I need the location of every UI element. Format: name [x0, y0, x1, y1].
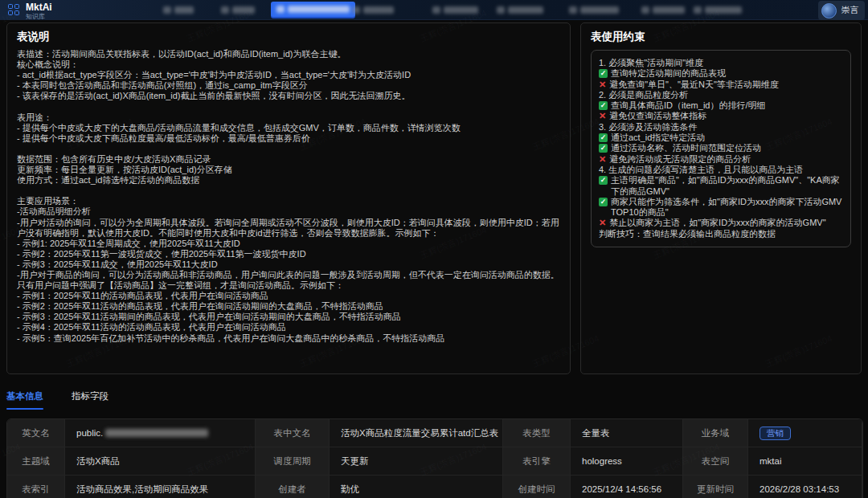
info-value: 2026/2/28 03:14:53	[748, 476, 862, 498]
constraint-text: 2. 必须是商品粒度分析	[599, 90, 688, 100]
nav-item-active[interactable]	[271, 2, 355, 17]
tab-basic-info[interactable]: 基本信息	[6, 390, 43, 410]
description-line: 更新频率：每日全量更新，按活动皮ID(act_id)分区存储	[17, 165, 560, 175]
info-label: 调度周期	[256, 447, 330, 476]
nav-item[interactable]	[432, 5, 478, 14]
constraint-item: ✓主语明确是"商品"，如"商品ID为xxx的商品GMV"、"KA商家下的商品GM…	[599, 175, 843, 197]
constraint-item: 2. 必须是商品粒度分析	[599, 90, 843, 100]
table-description-title: 表说明	[17, 31, 560, 43]
description-line: 表描述：活动期间商品关联指标表，以活动ID(act_id)和商品ID(item_…	[17, 49, 560, 59]
info-label: 业务域	[683, 419, 748, 447]
constraint-item: ✕禁止以商家为主语，如"商家ID为xxx的商家的活动GMV"	[599, 218, 843, 228]
constraint-item: 1. 必须聚焦"活动期间"维度	[599, 58, 843, 68]
avatar	[821, 3, 837, 18]
nav-item[interactable]	[497, 5, 543, 14]
info-value: 活动商品效果,活动期间商品效果	[65, 476, 256, 498]
nav-item[interactable]	[163, 5, 194, 14]
constraint-item: ✕避免跨活动或无活动限定的商品分析	[599, 154, 843, 165]
info-value: hologress	[571, 447, 683, 476]
check-icon: ✓	[599, 144, 608, 153]
description-line: - act_id根据act_type字段区分：当act_type='中皮'时为中…	[17, 70, 560, 80]
nav-item[interactable]	[221, 5, 255, 14]
constraint-text: 避免跨活动或无活动限定的商品分析	[609, 154, 751, 165]
redacted-text	[105, 429, 208, 437]
constraint-text: 避免查询"单日"、"最近N天"等非活动期维度	[609, 80, 779, 90]
constraints-box: 1. 必须聚焦"活动期间"维度✓查询特定活动期间的商品表现✕避免查询"单日"、"…	[591, 50, 851, 247]
nav-item-icon	[352, 6, 360, 14]
info-label: 创建者	[256, 476, 330, 498]
nav-item[interactable]	[569, 5, 619, 14]
description-line: - 示例4：2025年双11活动的活动商品表现，代表用户在询问活动商品	[17, 322, 560, 333]
description-line: - 示例2：2025年双11活动的商品表现，代表用户在询问活动期间的大盘商品，不…	[17, 301, 560, 312]
description-line: - 示例3：2025年双11成交，使用2025年双11大皮ID	[17, 259, 560, 270]
nav-item-icon	[221, 6, 229, 14]
nav-item-label-redacted	[288, 6, 350, 13]
description-line: -用户对活动的询问，可以分为全周期和具体波段。若询问全周期或活动不区分波段，则使…	[17, 218, 560, 239]
description-line	[17, 186, 560, 196]
check-icon: ✓	[599, 198, 608, 206]
description-line: 表用途：	[17, 112, 560, 123]
description-line: - 示例5：查询2025年百亿加补节活动中的秒杀商品，代表用户在询问大盘商品中的…	[17, 333, 560, 344]
check-icon: ✓	[599, 101, 608, 110]
nav-item-label-redacted	[232, 6, 255, 14]
constraint-text: 查询具体商品ID（item_id）的排行/明细	[611, 100, 766, 111]
description-line: 数据范围：包含所有历史中皮/大皮活动X商品记录	[17, 154, 560, 165]
description-line: - 提供每个中皮或大皮下商品粒度最高/最低活动标价，最高/最低普惠券后价	[17, 133, 560, 144]
info-value: public.	[65, 419, 256, 447]
constraint-text: 判断技巧：查询结果必须输出商品粒度的数据	[599, 229, 776, 239]
knowledge-base-page: MktAi 知识库 崇言 表说明 表描述：活动期间商品关联指标表，以活动ID(a…	[0, 0, 868, 498]
description-line: - 本表同时包含活动商品和非活动商品(对照组)，通过is_camp_itm字段区…	[17, 80, 560, 91]
user-menu[interactable]: 崇言	[818, 1, 865, 20]
constraint-text: 4. 生成的问题必须写清楚主语，且只能以商品为主语	[599, 165, 803, 175]
nav-item-icon	[163, 6, 171, 14]
description-line: - 示例1: 2025年双11全周期成交，使用2025年双11大皮ID	[17, 239, 560, 249]
table-description-panel: 表说明 表描述：活动期间商品关联指标表，以活动ID(act_id)和商品ID(i…	[6, 22, 571, 374]
nav-item-label-redacted	[580, 6, 619, 14]
info-label: 表索引	[7, 476, 65, 498]
constraint-item: 3. 必须涉及活动筛选条件	[599, 122, 843, 133]
constraint-item: 4. 生成的问题必须写清楚主语，且只能以商品为主语	[599, 165, 843, 175]
cross-icon: ✕	[599, 154, 606, 165]
constraint-item: 判断技巧：查询结果必须输出商品粒度的数据	[599, 229, 843, 239]
info-label: 表类型	[503, 419, 571, 447]
description-line: -活动商品明细分析	[17, 206, 560, 217]
description-line: 使用方式：通过act_id筛选特定活动的商品数据	[17, 175, 560, 186]
description-line	[17, 144, 560, 154]
constraint-item: ✕避免仅查询活动整体指标	[599, 111, 843, 121]
user-name: 崇言	[841, 5, 858, 16]
check-icon: ✓	[599, 133, 608, 142]
info-value: 天更新	[330, 447, 503, 476]
table-constraints-panel: 表使用约束 1. 必须聚焦"活动期间"维度✓查询特定活动期间的商品表现✕避免查询…	[580, 22, 862, 374]
info-value: 2025/12/4 14:56:56	[571, 476, 683, 498]
nav-item[interactable]	[694, 5, 742, 14]
nav-item-icon	[569, 6, 577, 14]
check-icon: ✓	[599, 69, 608, 78]
business-domain-badge: 营销	[760, 427, 791, 440]
info-value: 营销	[748, 419, 862, 447]
table-description-body: 表描述：活动期间商品关联指标表，以活动ID(act_id)和商品ID(item_…	[17, 49, 560, 344]
nav-item-icon	[694, 6, 702, 14]
info-label: 创建时间	[503, 476, 571, 498]
cross-icon: ✕	[599, 111, 606, 121]
constraint-item: ✓通过活动名称、活动时间范围定位活动	[599, 143, 843, 153]
description-line: 核心概念说明：	[17, 59, 560, 70]
tab-metric-fields[interactable]: 指标字段	[72, 390, 108, 410]
nav-item[interactable]	[641, 5, 685, 14]
nav-item-label-redacted	[508, 6, 543, 14]
info-value: 勤优	[330, 476, 503, 498]
basic-info-table: 英文名public.表中文名活动X商品粒度流量交易累计atd汇总表表类型全量表业…	[6, 418, 863, 498]
description-line: -用户对于商品的询问，可以分为活动商品和非活动商品，用户询问此表的问题一般涉及到…	[17, 270, 560, 291]
info-value: 全量表	[571, 419, 683, 447]
nav-item-label-redacted	[444, 6, 478, 14]
constraint-text: 3. 必须涉及活动筛选条件	[599, 122, 697, 133]
description-line: - 提供每个中皮或大皮下的大盘商品/活动商品流量和成交信息，包括成交GMV，订单…	[17, 123, 560, 133]
nav-item[interactable]	[352, 5, 394, 14]
constraint-text: 避免仅查询活动整体指标	[609, 111, 706, 121]
cross-icon: ✕	[599, 80, 606, 90]
nav-item-icon	[641, 6, 649, 14]
constraint-text: 禁止以商家为主语，如"商家ID为xxx的商家的活动GMV"	[609, 218, 825, 228]
detail-tabs: 基本信息 指标字段	[6, 390, 108, 411]
constraint-text: 通过活动名称、活动时间范围定位活动	[611, 143, 761, 153]
description-line: - 该表保存的是活动(act_id)X商品(item_id)截止当前的最新快照，…	[17, 91, 560, 101]
top-navigation	[0, 0, 868, 19]
